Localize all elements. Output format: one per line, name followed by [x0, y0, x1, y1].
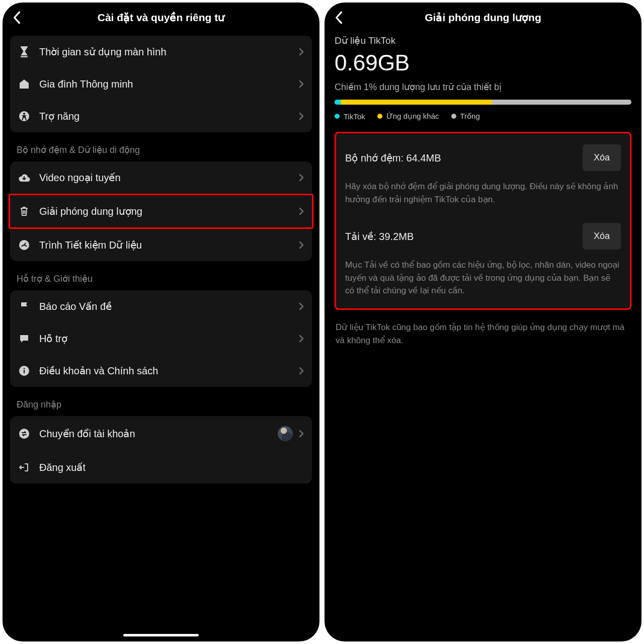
chevron-right-icon — [299, 302, 304, 310]
storage-legend: TikTok Ứng dụng khác Trống — [335, 112, 631, 121]
legend-label: TikTok — [344, 112, 365, 121]
back-button[interactable] — [13, 11, 21, 24]
page-title: Cài đặt và quyền riêng tư — [98, 12, 225, 24]
chevron-left-icon — [335, 11, 343, 24]
item-label: Báo cáo Vấn đề — [39, 300, 299, 312]
item-report-problem[interactable]: Báo cáo Vấn đề — [10, 290, 312, 323]
info-icon — [18, 365, 30, 377]
page-title: Giải phóng dung lượng — [425, 12, 541, 24]
cache-title: Bộ nhớ đệm: 64.4MB — [345, 152, 441, 164]
item-label: Hỗ trợ — [39, 333, 299, 345]
accessibility-icon — [18, 110, 30, 122]
item-free-up-space[interactable]: Giải phóng dung lượng — [9, 194, 313, 229]
chevron-right-icon — [299, 112, 304, 120]
avatar — [278, 426, 293, 441]
item-support[interactable]: Hỗ trợ — [10, 323, 312, 355]
item-screen-time[interactable]: Thời gian sử dụng màn hình — [10, 36, 312, 68]
trash-icon — [18, 205, 30, 217]
cache-description: Hãy xóa bộ nhớ đệm để giải phóng dung lư… — [345, 180, 621, 206]
legend-dot-icon — [335, 114, 340, 119]
svg-rect-1 — [21, 56, 28, 58]
item-label: Video ngoại tuyến — [39, 172, 299, 184]
progress-other-apps — [341, 100, 492, 105]
download-title: Tải về: 39.2MB — [345, 230, 414, 243]
svg-rect-0 — [21, 46, 28, 48]
logout-icon — [18, 461, 30, 473]
item-family-pairing[interactable]: Gia đình Thông minh — [10, 68, 312, 100]
storage-actions-box: Bộ nhớ đệm: 64.4MB Xóa Hãy xóa bộ nhớ đệ… — [335, 132, 631, 310]
home-icon — [18, 78, 30, 90]
chevron-right-icon — [299, 207, 304, 215]
download-description: Mục Tải về có thể bao gồm các hiệu ứng, … — [345, 259, 621, 297]
svg-point-7 — [24, 368, 25, 369]
storage-footer-text: Dữ liệu TikTok cũng bao gồm tập tin hệ t… — [335, 321, 631, 348]
storage-content: Dữ liệu TikTok 0.69GB Chiếm 1% dung lượn… — [325, 35, 641, 347]
legend-free: Trống — [451, 112, 480, 121]
download-row: Tải về: 39.2MB Xóa — [345, 223, 621, 250]
legend-label: Ứng dụng khác — [386, 112, 439, 121]
item-label: Trình Tiết kiệm Dữ liệu — [39, 239, 299, 251]
header: Cài đặt và quyền riêng tư — [3, 3, 319, 33]
chevron-right-icon — [299, 241, 304, 249]
item-label: Giải phóng dung lượng — [39, 205, 299, 217]
header: Giải phóng dung lượng — [325, 3, 641, 33]
storage-size: 0.69GB — [335, 50, 631, 75]
svg-point-3 — [23, 113, 25, 115]
chevron-left-icon — [13, 11, 21, 24]
list-group-general: Thời gian sử dụng màn hình Gia đình Thôn… — [10, 36, 312, 132]
item-data-saver[interactable]: Trình Tiết kiệm Dữ liệu — [10, 229, 312, 261]
cache-row: Bộ nhớ đệm: 64.4MB Xóa — [345, 144, 621, 171]
storage-progress-bar — [335, 100, 631, 105]
chevron-right-icon — [299, 367, 304, 375]
legend-dot-icon — [451, 114, 456, 119]
free-up-space-screen: Giải phóng dung lượng Dữ liệu TikTok 0.6… — [325, 3, 641, 641]
section-header-support: Hỗ trợ & Giới thiệu — [3, 261, 319, 290]
item-label: Đăng xuất — [39, 461, 304, 473]
progress-tiktok — [335, 100, 341, 105]
chevron-right-icon — [299, 335, 304, 343]
legend-other: Ứng dụng khác — [377, 112, 439, 121]
home-indicator[interactable] — [123, 634, 199, 636]
chevron-right-icon — [299, 430, 304, 438]
legend-tiktok: TikTok — [335, 112, 365, 121]
settings-screen: Cài đặt và quyền riêng tư Thời gian sử d… — [3, 3, 319, 641]
svg-point-8 — [19, 429, 29, 439]
list-group-cache: Video ngoại tuyến Giải phóng dung lượng … — [10, 162, 312, 261]
chat-icon — [18, 333, 30, 345]
gauge-icon — [18, 239, 30, 251]
clear-cache-button[interactable]: Xóa — [583, 144, 621, 171]
item-label: Điều khoản và Chính sách — [39, 365, 299, 377]
item-switch-account[interactable]: Chuyển đổi tài khoản — [10, 416, 312, 451]
back-button[interactable] — [335, 11, 343, 24]
svg-rect-6 — [24, 370, 25, 373]
cloud-download-icon — [18, 172, 30, 184]
chevron-right-icon — [299, 80, 304, 88]
item-offline-video[interactable]: Video ngoại tuyến — [10, 162, 312, 194]
item-label: Gia đình Thông minh — [39, 78, 299, 90]
storage-subtitle: Chiếm 1% dung lượng lưu trữ của thiết bị — [335, 82, 631, 93]
section-header-cache: Bộ nhớ đệm & Dữ liệu di động — [3, 132, 319, 162]
chevron-right-icon — [299, 174, 304, 182]
item-label: Trợ năng — [39, 110, 299, 122]
item-label: Chuyển đổi tài khoản — [39, 428, 278, 440]
item-label: Thời gian sử dụng màn hình — [39, 46, 299, 58]
clear-download-button[interactable]: Xóa — [583, 223, 621, 250]
hourglass-icon — [18, 46, 30, 58]
flag-icon — [18, 300, 30, 312]
legend-label: Trống — [460, 112, 480, 121]
switch-icon — [18, 428, 30, 440]
legend-dot-icon — [377, 114, 382, 119]
item-terms-policy[interactable]: Điều khoản và Chính sách — [10, 355, 312, 387]
item-logout[interactable]: Đăng xuất — [10, 451, 312, 484]
list-group-support: Báo cáo Vấn đề Hỗ trợ Điều khoản và Chín… — [10, 290, 312, 387]
chevron-right-icon — [299, 48, 304, 56]
list-group-login: Chuyển đổi tài khoản Đăng xuất — [10, 416, 312, 484]
item-accessibility[interactable]: Trợ năng — [10, 100, 312, 132]
section-header-login: Đăng nhập — [3, 387, 319, 416]
storage-data-label: Dữ liệu TikTok — [335, 35, 631, 46]
